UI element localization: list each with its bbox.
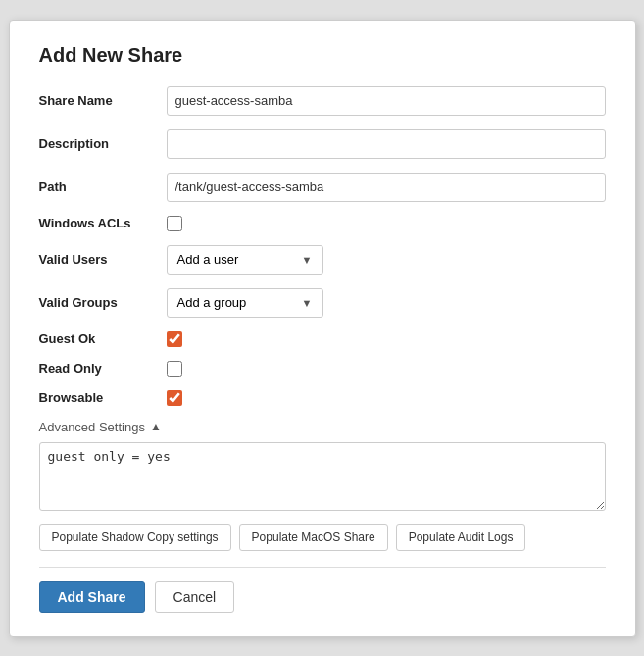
valid-groups-row: Valid Groups Add a group ▼: [39, 288, 606, 318]
populate-buttons-row: Populate Shadow Copy settings Populate M…: [39, 524, 606, 551]
guest-ok-row: Guest Ok: [39, 331, 606, 347]
path-input[interactable]: [167, 173, 606, 202]
guest-ok-label: Guest Ok: [39, 331, 167, 346]
read-only-label: Read Only: [39, 361, 167, 376]
windows-acls-checkbox[interactable]: [167, 216, 182, 231]
advanced-settings-label: Advanced Settings: [39, 420, 145, 434]
valid-users-arrow-icon: ▼: [302, 254, 313, 266]
valid-groups-dropdown[interactable]: Add a group ▼: [167, 288, 323, 318]
description-row: Description: [39, 129, 606, 159]
share-name-label: Share Name: [39, 93, 167, 108]
browsable-checkbox[interactable]: [167, 390, 182, 406]
modal-title: Add New Share: [39, 44, 606, 67]
read-only-row: Read Only: [39, 361, 606, 377]
valid-users-row: Valid Users Add a user ▼: [39, 245, 606, 275]
add-new-share-modal: Add New Share Share Name Description Pat…: [9, 20, 636, 637]
share-name-row: Share Name: [39, 86, 606, 116]
valid-groups-placeholder: Add a group: [177, 295, 247, 310]
cancel-button[interactable]: Cancel: [155, 581, 235, 613]
populate-macos-share-button[interactable]: Populate MacOS Share: [239, 524, 388, 551]
auxiliary-parameters-section: guest only = yes: [39, 442, 606, 514]
browsable-row: Browsable: [39, 390, 606, 406]
windows-acls-row: Windows ACLs: [39, 216, 606, 231]
valid-users-dropdown[interactable]: Add a user ▼: [167, 245, 323, 275]
footer-row: Add Share Cancel: [39, 581, 606, 613]
auxiliary-parameters-textarea[interactable]: guest only = yes: [39, 442, 606, 511]
share-name-input[interactable]: [167, 86, 606, 116]
path-row: Path: [39, 173, 606, 202]
browsable-label: Browsable: [39, 390, 167, 405]
valid-users-label: Valid Users: [39, 252, 167, 267]
description-input[interactable]: [167, 129, 606, 159]
valid-groups-label: Valid Groups: [39, 295, 167, 310]
populate-shadow-copy-button[interactable]: Populate Shadow Copy settings: [39, 524, 231, 551]
valid-groups-arrow-icon: ▼: [302, 297, 313, 309]
populate-audit-logs-button[interactable]: Populate Audit Logs: [396, 524, 526, 551]
add-share-button[interactable]: Add Share: [39, 581, 145, 613]
guest-ok-checkbox[interactable]: [167, 331, 182, 347]
footer-divider: [39, 567, 606, 568]
valid-users-placeholder: Add a user: [177, 252, 239, 267]
description-label: Description: [39, 136, 167, 151]
read-only-checkbox[interactable]: [167, 361, 182, 377]
path-label: Path: [39, 179, 167, 194]
advanced-settings-caret-icon: ▲: [150, 420, 162, 433]
windows-acls-label: Windows ACLs: [39, 216, 167, 230]
advanced-settings-header[interactable]: Advanced Settings ▲: [39, 420, 606, 434]
